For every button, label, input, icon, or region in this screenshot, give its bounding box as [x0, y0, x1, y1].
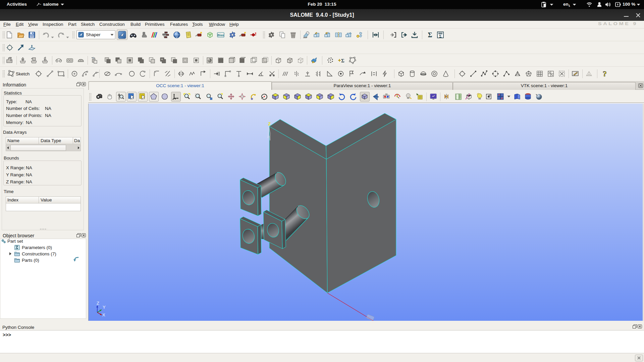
svg-text:Σ: Σ: [341, 58, 344, 63]
svg-text:X: X: [102, 312, 105, 317]
svg-text:3D: 3D: [385, 93, 388, 95]
svg-text:Bias: Bias: [217, 34, 224, 37]
svg-text:Z: Z: [97, 301, 99, 306]
svg-text:Σ: Σ: [439, 34, 442, 39]
svg-text:Σ: Σ: [428, 31, 432, 39]
svg-text:?: ?: [603, 70, 607, 78]
svg-text:Y: Y: [103, 305, 106, 310]
svg-text:Z: Z: [268, 121, 271, 126]
